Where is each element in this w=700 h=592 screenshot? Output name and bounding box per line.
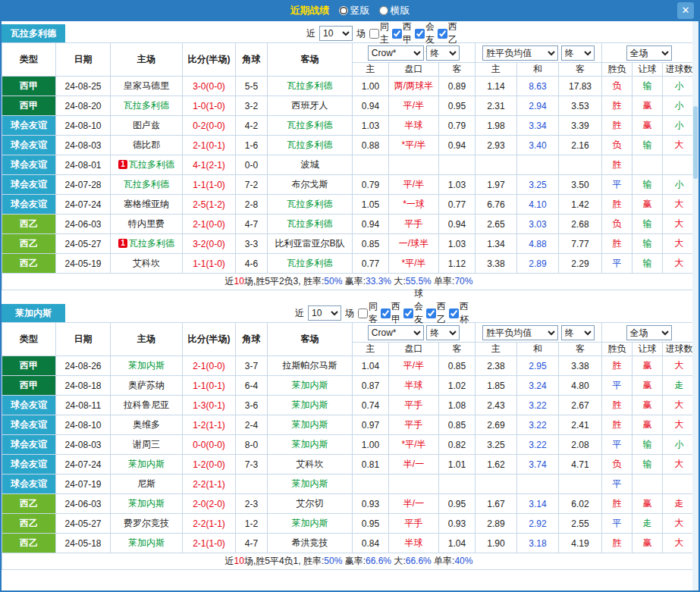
filter-checkbox[interactable]: 同客 <box>358 300 378 326</box>
asian-odds-time-select[interactable]: 终 <box>426 45 460 61</box>
away-team-cell[interactable]: 莱加内斯 <box>268 376 353 396</box>
home-team-cell[interactable]: 瓦拉多利德 <box>111 96 183 116</box>
scope-select[interactable]: 全场 <box>626 325 672 340</box>
home-team-cell[interactable]: 尼斯 <box>111 475 183 494</box>
score-cell[interactable]: 2-1(1-0) <box>183 534 236 553</box>
euro-odds-select[interactable]: 胜平负均值 <box>482 45 558 61</box>
filter-checkbox[interactable]: 西乙 <box>426 300 446 326</box>
score-cell[interactable]: 2-1(0-0) <box>183 356 236 376</box>
checkbox-input[interactable] <box>369 29 379 39</box>
score-cell[interactable]: 1-3(0-1) <box>183 396 236 415</box>
score-cell[interactable]: 1-0(1-0) <box>183 96 236 116</box>
score-cell[interactable]: 3-0(0-0) <box>183 77 236 96</box>
subcol-goals: 进球数 <box>663 63 696 77</box>
score-cell[interactable]: 2-1(0-0) <box>183 215 236 234</box>
away-team-cell[interactable]: 比利亚雷亚尔B队 <box>268 234 353 254</box>
euro-odds-time-select[interactable]: 终 <box>561 45 595 61</box>
score-cell[interactable]: 1-1(1-0) <box>183 175 236 195</box>
filter-checkbox[interactable]: 西杯 <box>449 300 469 326</box>
summary-segment: 胜率: <box>303 276 324 287</box>
home-team-cell[interactable]: 莱加内斯 <box>111 494 183 514</box>
score-cell[interactable]: 0-0(0-0) <box>183 435 236 455</box>
away-team-cell[interactable]: 西班牙人 <box>268 96 353 116</box>
checkbox-input[interactable] <box>381 309 391 318</box>
home-team-cell[interactable]: 莱加内斯 <box>111 356 183 376</box>
horizontal-radio[interactable] <box>379 6 388 15</box>
score-cell[interactable]: 2-2(1-1) <box>183 514 236 534</box>
home-team-cell[interactable]: 1瓦拉多利德 <box>111 234 183 254</box>
euro-odds-select[interactable]: 胜平负均值 <box>482 325 558 340</box>
checkbox-input[interactable] <box>449 309 459 318</box>
home-team-cell[interactable]: 奥萨苏纳 <box>111 376 183 396</box>
handicap-cell: 半/一 <box>389 455 439 475</box>
away-team-cell[interactable]: 莱加内斯 <box>268 514 353 534</box>
home-team-cell[interactable]: 1瓦拉多利德 <box>111 155 183 175</box>
euro-odds-time-select[interactable]: 终 <box>561 325 595 340</box>
checkbox-input[interactable] <box>392 29 402 39</box>
filter-checkbox[interactable]: 西甲 <box>381 300 400 326</box>
vertical-radio[interactable] <box>339 6 348 15</box>
score-cell[interactable]: 3-2(0-0) <box>183 234 236 254</box>
match-count-select[interactable]: 10 <box>308 305 341 321</box>
home-team-cell[interactable]: 瓦拉多利德 <box>111 175 183 195</box>
away-team-cell[interactable]: 希洪竞技 <box>268 534 353 553</box>
home-team-cell[interactable]: 奥维多 <box>111 415 183 435</box>
checkbox-input[interactable] <box>426 309 436 318</box>
home-team-cell[interactable]: 皇家马德里 <box>111 77 183 96</box>
away-team-cell[interactable]: 莱加内斯 <box>268 396 353 415</box>
home-team-cell[interactable]: 图卢兹 <box>111 116 183 136</box>
filter-checkbox[interactable]: 西乙 <box>438 20 457 46</box>
score-cell[interactable]: 2-0(2-0) <box>183 494 236 514</box>
away-team-cell[interactable]: 艾尔切 <box>268 494 353 514</box>
home-team-cell[interactable]: 莱加内斯 <box>111 455 183 475</box>
checkbox-input[interactable] <box>403 309 413 318</box>
layout-vertical-option[interactable]: 竖版 <box>339 4 370 17</box>
away-team-cell[interactable]: 瓦拉多利德 <box>268 254 353 274</box>
match-count-select[interactable]: 10 <box>319 26 353 41</box>
bookmaker-select[interactable]: Crow* <box>368 45 424 61</box>
away-team-cell[interactable]: 瓦拉多利德 <box>268 195 353 215</box>
scrollbar-thumb[interactable] <box>693 106 698 179</box>
filter-checkbox[interactable]: 同主 <box>369 20 389 46</box>
home-team-cell[interactable]: 莱加内斯 <box>111 534 183 553</box>
home-team-cell[interactable]: 谢周三 <box>111 435 183 455</box>
home-team-cell[interactable]: 费罗尔竞技 <box>111 514 183 534</box>
home-team-cell[interactable]: 德比郡 <box>111 136 183 155</box>
scrollbar[interactable] <box>692 21 698 590</box>
home-team-cell[interactable]: 拉科鲁尼亚 <box>111 396 183 415</box>
away-team-cell[interactable]: 艾科坎 <box>268 455 353 475</box>
away-team-cell[interactable]: 莱加内斯 <box>268 415 353 435</box>
away-team-cell[interactable]: 瓦拉多利德 <box>268 116 353 136</box>
scope-select[interactable]: 全场 <box>626 45 672 61</box>
away-team-cell[interactable]: 瓦拉多利德 <box>268 215 353 234</box>
close-button[interactable]: ✕ <box>677 2 694 19</box>
home-team-cell[interactable]: 塞格维亚纳 <box>111 195 183 215</box>
checkbox-input[interactable] <box>358 309 368 318</box>
away-team-cell[interactable]: 瓦拉多利德 <box>268 136 353 155</box>
home-team-cell[interactable]: 艾科坎 <box>111 254 183 274</box>
away-team-cell[interactable]: 波城 <box>268 155 353 175</box>
bookmaker-select[interactable]: Crow* <box>368 325 424 340</box>
home-team-cell[interactable]: 特内里费 <box>111 215 183 234</box>
score-cell[interactable]: 1-1(0-1) <box>183 376 236 396</box>
score-cell[interactable]: 2-5(1-2) <box>183 195 236 215</box>
checkbox-input[interactable] <box>438 29 447 39</box>
score-cell[interactable]: 0-2(0-0) <box>183 116 236 136</box>
layout-horizontal-option[interactable]: 横版 <box>379 4 410 17</box>
away-team-cell[interactable]: 莱加内斯 <box>268 435 353 455</box>
subcol-result: 胜负 <box>602 343 633 356</box>
euro-home-odds-cell: 3.25 <box>476 435 517 455</box>
away-team-cell[interactable]: 布尔戈斯 <box>268 175 353 195</box>
score-cell[interactable]: 1-1(1-0) <box>183 254 236 274</box>
score-cell[interactable]: 2-2(1-1) <box>183 475 236 494</box>
score-cell[interactable]: 2-1(0-1) <box>183 136 236 155</box>
away-team-cell[interactable]: 瓦拉多利德 <box>268 77 353 96</box>
away-team-cell[interactable]: 拉斯帕尔马斯 <box>268 356 353 376</box>
away-team-cell[interactable]: 莱加内斯 <box>268 475 353 494</box>
score-cell[interactable]: 4-1(2-1) <box>183 155 236 175</box>
checkbox-input[interactable] <box>415 29 425 39</box>
asian-odds-time-select[interactable]: 终 <box>426 325 460 340</box>
filter-checkbox[interactable]: 西甲 <box>392 20 412 46</box>
score-cell[interactable]: 1-2(0-0) <box>183 455 236 475</box>
score-cell[interactable]: 1-2(1-1) <box>183 415 236 435</box>
